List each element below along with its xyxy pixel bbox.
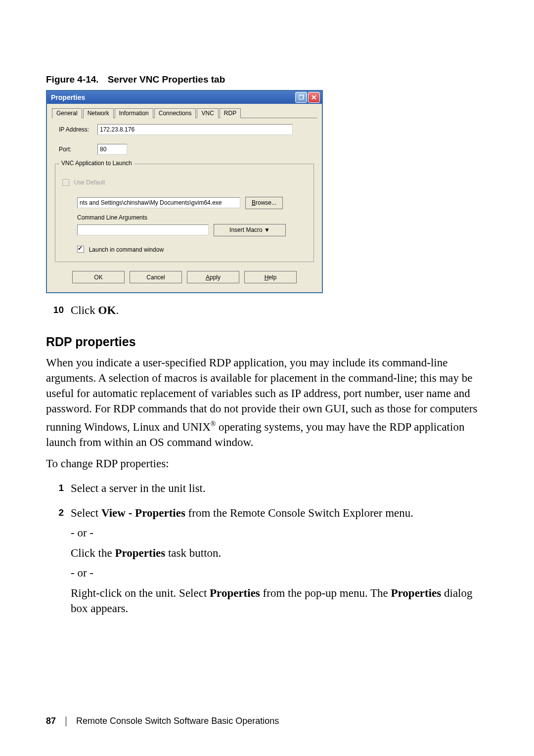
ip-label: IP Address: (59, 126, 97, 133)
heading-rdp-properties: RDP properties (46, 335, 488, 349)
substep-1: Click the Properties task button. (71, 545, 488, 561)
paragraph-1: When you indicate a user-specified RDP a… (46, 355, 488, 450)
page-number: 87 (46, 716, 56, 726)
step-10: 10 Click OK. (46, 303, 488, 318)
browse-button[interactable]: Browse... (245, 197, 283, 209)
group-title: VNC Application to Launch (59, 160, 134, 167)
footer-bar (66, 716, 66, 726)
port-input[interactable] (97, 144, 127, 155)
paragraph-2: To change RDP properties: (46, 456, 488, 471)
dialog-title: Properties (51, 91, 85, 104)
port-label: Port: (59, 146, 97, 153)
window-buttons: ❐ ✕ (295, 92, 320, 103)
maximize-button[interactable]: ❐ (295, 92, 307, 103)
tab-vnc[interactable]: VNC (197, 108, 218, 118)
tab-row: General Network Information Connections … (52, 108, 317, 118)
step-text: Select View - Properties from the Remote… (71, 506, 488, 521)
page-footer: 87 Remote Console Switch Software Basic … (46, 716, 279, 726)
tab-rdp[interactable]: RDP (220, 108, 241, 118)
cla-label: Command Line Arguments (77, 214, 307, 221)
help-button[interactable]: Help (244, 271, 297, 283)
tab-network[interactable]: Network (83, 108, 114, 118)
use-default-checkbox (62, 179, 69, 186)
step-text: Click OK. (71, 303, 488, 318)
cancel-button[interactable]: Cancel (130, 271, 182, 283)
path-input[interactable] (77, 197, 240, 208)
launch-label: Launch in command window (89, 246, 164, 253)
substep-2: Right-click on the unit. Select Properti… (71, 585, 488, 616)
step-1: 1 Select a server in the unit list. (46, 481, 488, 496)
figure-caption: Figure 4-14.Server VNC Properties tab (46, 74, 488, 85)
close-button[interactable]: ✕ (308, 92, 320, 103)
ip-input[interactable] (97, 124, 293, 135)
step-number: 10 (46, 303, 71, 318)
tab-connections[interactable]: Connections (154, 108, 196, 118)
use-default-label: Use Default (74, 179, 105, 186)
ok-button[interactable]: OK (72, 271, 125, 283)
footer-title: Remote Console Switch Software Basic Ope… (76, 716, 279, 726)
tab-general[interactable]: General (52, 108, 82, 118)
launch-checkbox[interactable] (77, 246, 84, 253)
or-separator: - or - (71, 527, 488, 539)
tab-information[interactable]: Information (115, 108, 153, 118)
figure-title: Server VNC Properties tab (108, 74, 225, 85)
dialog-titlebar: Properties ❐ ✕ (47, 91, 322, 104)
step-2: 2 Select View - Properties from the Remo… (46, 506, 488, 521)
vnc-app-group: VNC Application to Launch Use Default Br… (55, 164, 314, 262)
properties-dialog: Properties ❐ ✕ General Network Informati… (46, 90, 323, 293)
dialog-footer: OK Cancel Apply Help (52, 267, 317, 287)
step-text: Select a server in the unit list. (71, 481, 488, 496)
step-number: 2 (46, 506, 71, 521)
figure-number: Figure 4-14. (46, 74, 99, 85)
step-number: 1 (46, 481, 71, 496)
cla-input[interactable] (77, 224, 209, 235)
apply-button[interactable]: Apply (187, 271, 239, 283)
insert-macro-button[interactable]: Insert Macro ▼ (214, 224, 286, 236)
or-separator: - or - (71, 567, 488, 579)
